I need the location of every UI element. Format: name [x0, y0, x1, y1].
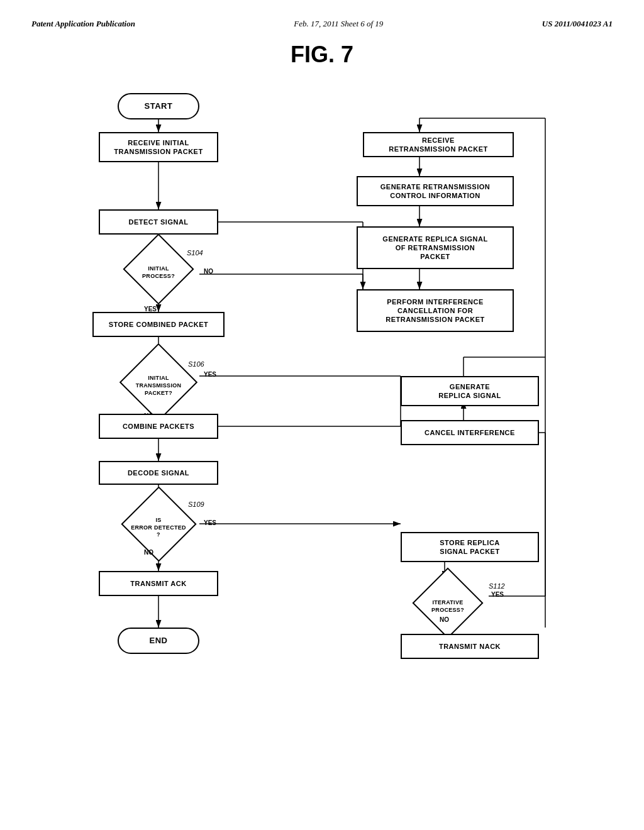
diagram: START S101 RECEIVE INITIAL TRANSMISSION … — [48, 80, 596, 772]
page: Patent Application Publication Feb. 17, … — [0, 0, 644, 830]
s110-box: TRANSMIT ACK — [99, 571, 218, 596]
s104-label: S104 — [187, 249, 203, 257]
s113-box: GENERATE REPLICA SIGNAL — [401, 376, 539, 406]
s107-box: COMBINE PACKETS — [99, 414, 218, 439]
s106-label: S106 — [188, 360, 204, 368]
no-s112: NO — [440, 616, 449, 623]
start-node: START — [118, 93, 199, 119]
yes-s106: YES — [204, 371, 216, 378]
s117-box: GENERATE RETRANSMISSION CONTROL INFORMAT… — [357, 176, 514, 206]
s111-box: STORE REPLICA SIGNAL PACKET — [401, 532, 539, 562]
header-right: US 2011/0041023 A1 — [542, 19, 613, 29]
s108-box: DECODE SIGNAL — [99, 461, 218, 485]
s101-box: RECEIVE INITIAL TRANSMISSION PACKET — [99, 132, 218, 162]
s114-box: CANCEL INTERFERENCE — [401, 420, 539, 445]
header-center: Feb. 17, 2011 Sheet 6 of 19 — [294, 19, 383, 29]
s118-box: GENERATE REPLICA SIGNAL OF RETRANSMISSIO… — [357, 226, 514, 269]
header-left: Patent Application Publication — [31, 19, 135, 29]
s115-box: TRANSMIT NACK — [401, 634, 539, 659]
s109-label: S109 — [188, 501, 204, 508]
s112-label: S112 — [489, 582, 505, 590]
no-s109: NO — [144, 549, 153, 556]
yes-s109: YES — [204, 519, 216, 526]
header: Patent Application Publication Feb. 17, … — [31, 19, 613, 29]
s116-box: RECEIVE RETRANSMISSION PACKET — [363, 132, 514, 157]
s105-box: STORE COMBINED PACKET — [92, 312, 225, 337]
no-s104: NO — [204, 268, 213, 275]
s119-box: PERFORM INTERFERENCE CANCELLATION FOR RE… — [357, 289, 514, 332]
yes-s112: YES — [491, 591, 504, 598]
s103-box: DETECT SIGNAL — [99, 209, 218, 235]
fig-title: FIG. 7 — [31, 42, 613, 68]
end-node: END — [118, 628, 199, 654]
